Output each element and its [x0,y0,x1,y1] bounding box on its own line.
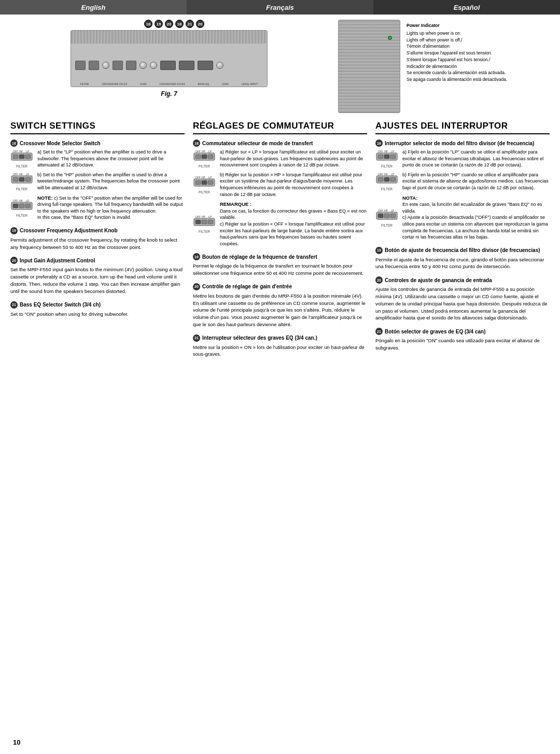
switch-hp-es: OFF HP LP FILTER b) Fíjelo en la posició… [375,172,550,191]
power-line5: S'éteint lorsque l'appareil est hors ten… [407,57,507,63]
spanish-column: Ajustes del Interruptor 18 Interruptor s… [375,121,550,364]
circle-19-fr: 19 [193,253,200,260]
switch-off-diagram: OFF HP LP FILTER [10,198,33,217]
svg-text:LP: LP [208,176,212,179]
switch-lp-desc-fr: a) Régler sur « LP » lorsque l'amplifica… [220,149,367,169]
amplifier-side-image [338,20,400,113]
amp-switch-3 [113,61,123,70]
svg-text:HP: HP [19,173,23,176]
english-item-19: 19 Crossover Frequency Adjustment Knob P… [10,227,185,251]
english-item-18-heading: 18 Crossover Mode Selector Switch [10,139,185,147]
english-item-20: 20 Input Gain Adjustment Control Set the… [10,257,185,295]
svg-text:HP: HP [202,176,206,179]
note-body-en: In this case, the "Bass EQ" function is … [37,215,131,220]
french-item-19-title: Bouton de réglage de la fréquence de tra… [202,254,317,260]
switch-hp-desc-es: b) Fíjelo en la posición "HP" cuando se … [402,172,550,191]
french-item-21-title: Interrupteur sélecteur des graves EQ (3/… [202,335,317,341]
spanish-item-21-heading: 21 Botón selector de graves de EQ (3/4 c… [375,328,550,335]
switch-lp-diagram-es: OFF HP LP FILTER [375,149,398,168]
svg-rect-37 [202,220,207,224]
header-english-label: English [81,4,106,11]
circle-20-fr: 20 [193,283,200,290]
svg-rect-59 [390,214,396,218]
svg-rect-50 [378,177,383,181]
svg-text:HP: HP [19,150,23,153]
amp-label-crossover2: CROSSOVER CH.3/4 [160,82,185,86]
switch-hp-svg-es: OFF HP LP [375,172,398,187]
top-figures: 18 19 20 18 21 20 [10,20,550,113]
switch-off-diagram-es: OFF HP LP FILTER [375,208,398,227]
power-line7: Se enciende cuando la alimentación está … [407,69,507,76]
french-item-18-title: Commutateur sélecteur de mode de transfe… [202,141,313,146]
switch-lp-label: FILTER [16,164,27,168]
svg-text:OFF: OFF [13,150,18,153]
left-device-figure: 18 19 20 18 21 20 [10,20,328,97]
switch-hp-diagram-fr: OFF HP LP FILTER [193,175,216,194]
spanish-section-heading: Ajustes del Interruptor [375,121,550,134]
svg-text:LP: LP [391,150,395,153]
right-device-figure: Power Indicator Lights up when power is … [338,20,550,113]
amp-label-bass: BASS EQ [198,82,209,86]
power-led [388,36,392,40]
switch-off-svg-es: OFF HP LP [375,208,398,224]
french-item-18-heading: 18 Commutateur sélecteur de mode de tran… [193,139,367,147]
spanish-item-19: 19 Botón de ajuste de frecuencia del fil… [375,247,550,271]
svg-text:LP: LP [26,199,30,202]
switch-hp-svg-fr: OFF HP LP [193,175,216,190]
switch-lp-svg: OFF HP LP [10,149,33,164]
french-item-20-heading: 20 Contrôle de réglage de gain d'entrée [193,283,367,290]
switch-hp-diagram-es: OFF HP LP FILTER [375,172,398,191]
svg-rect-29 [195,180,201,185]
english-item-19-title: Crossover Frequency Adjustment Knob [20,228,118,233]
french-section-heading: Réglages de Commutateur [193,121,367,134]
spanish-item-21-title: Botón selector de graves de EQ (3/4 can) [385,329,486,334]
svg-text:LP: LP [208,150,212,153]
english-item-21-title: Bass EQ Selector Switch (3/4 ch) [20,302,101,308]
power-line8: Se apaga cuando la alimentación está des… [407,76,507,83]
circle-21-en: 21 [10,301,18,309]
amp-ridges [71,31,267,44]
circle-18-fr: 18 [193,139,200,147]
french-switch-diagrams: OFF HP LP FILTER a) Régler sur « LP » lo… [193,149,367,247]
amp-label-filter1: FILTER [80,82,89,86]
english-column: Switch Settings 18 Crossover Mode Select… [10,121,185,364]
switch-off-desc-fr: REMARQUE : Dans ce cas, la fonction du c… [220,201,367,247]
amp-knob-3 [150,62,157,69]
french-item-21: 21 Interrupteur sélecteur des graves EQ … [193,334,367,358]
circle-21-fr: 21 [193,334,200,342]
svg-text:HP: HP [19,199,23,202]
spanish-item-19-title: Botón de ajuste de frecuencia del filtro… [385,247,540,253]
page-number: 10 [13,738,20,746]
circle-19-en: 19 [10,227,18,234]
french-item-19-heading: 19 Bouton de réglage de la fréquence de … [193,253,367,260]
english-item-20-heading: 20 Input Gain Adjustment Control [10,257,185,264]
svg-rect-3 [25,155,31,159]
switch-off-label: FILTER [16,214,27,217]
svg-rect-23 [202,155,207,159]
note-body-fr: Dans ce cas, la fonction du correcteur d… [220,208,367,220]
amp-label-crossover: CROSSOVER CH.1/2 [102,82,127,86]
amp-label-gain: GAIN [140,82,146,86]
svg-rect-44 [384,155,389,159]
num-20b: 20 [196,20,204,28]
french-item-20-title: Contrôle de réglage de gain d'entrée [202,284,292,289]
note-body-es: En este caso, la función del ecualizador… [402,202,542,214]
header-english: English [0,0,187,15]
switch-lp-desc-es: a) Fíjelo en la posición "LP" cuando se … [402,149,550,169]
switch-off-desc-en-text: c) Set to the "OFF" position when the am… [37,196,183,214]
nota-label-es: NOTA: [402,195,417,201]
svg-rect-22 [195,155,201,159]
svg-rect-51 [384,177,389,181]
spanish-item-21-body: Póngalo en la posición "ON" cuando sea u… [375,337,550,352]
switch-hp-desc-en: b) Set to the "HP" position when the amp… [37,172,185,191]
english-item-20-body: Set the MRP-F550 input gain knobs to the… [10,266,185,295]
switch-lp-es: OFF HP LP FILTER a) Fíjelo en la posició… [375,149,550,169]
amp-connector-3 [198,61,213,70]
switch-lp-desc-en: a) Set to the "LP" position when the amp… [37,149,185,169]
power-line2: Lights off when power is off./ [407,37,507,44]
amp-knob-1 [102,62,109,69]
power-indicator-annotation: Power Indicator Lights up when power is … [407,22,507,83]
amp-side-ridges [339,20,400,113]
english-item-20-title: Input Gain Adjustment Control [20,258,95,263]
switch-hp-label-es: FILTER [381,187,393,191]
